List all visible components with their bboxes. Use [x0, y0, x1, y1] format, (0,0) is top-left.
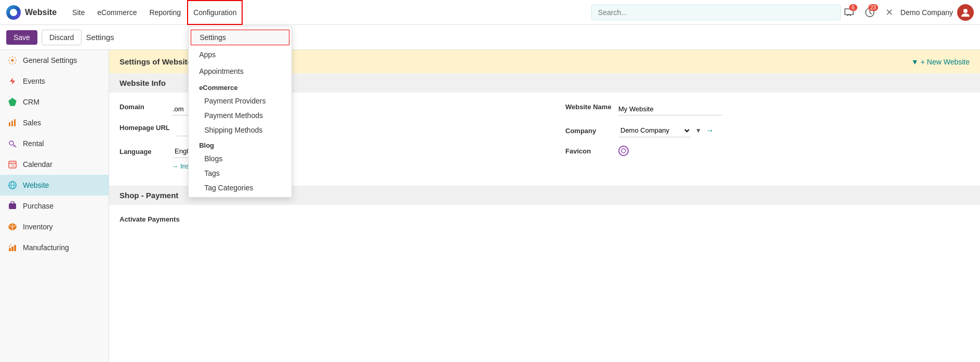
activate-payments-label: Activate Payments: [120, 215, 180, 223]
shop-payment-form: Activate Payments: [109, 205, 980, 234]
svg-rect-14: [9, 248, 11, 251]
dropdown-item-tag-categories[interactable]: Tag Categories: [189, 180, 292, 195]
company-dropdown-arrow: ▼: [695, 127, 701, 134]
gear-icon: [7, 55, 18, 66]
lightning-icon: [7, 76, 18, 86]
svg-rect-13: [9, 203, 16, 209]
company-name[interactable]: Demo Company: [900, 8, 953, 17]
dropdown-menu: Settings Apps Appointments eCommerce Pay…: [188, 26, 292, 198]
dropdown-item-settings[interactable]: Settings: [191, 30, 289, 45]
dropdown-section-blog: Blog: [189, 137, 292, 151]
svg-text:31: 31: [11, 164, 15, 167]
company-label: Company: [565, 127, 612, 135]
sidebar-item-manufacturing[interactable]: Manufacturing: [0, 237, 109, 258]
dropdown-item-blogs[interactable]: Blogs: [189, 151, 292, 166]
sidebar-item-inventory[interactable]: Inventory: [0, 216, 109, 237]
nav-item-ecommerce[interactable]: eCommerce: [91, 0, 143, 25]
sidebar-label-manufacturing: Manufacturing: [23, 243, 69, 252]
settings-of-website: Settings of Website: [120, 57, 192, 66]
company-select[interactable]: Demo Company: [618, 124, 691, 137]
search-bar: [591, 5, 841, 20]
arrow-right-icon: →: [171, 162, 178, 170]
calendar-icon: 31: [7, 159, 18, 170]
svg-point-1: [963, 9, 968, 13]
clock-button[interactable]: 23: [862, 4, 878, 21]
sidebar-label-sales: Sales: [23, 119, 41, 127]
svg-marker-3: [10, 77, 15, 85]
messages-button[interactable]: 6: [841, 4, 857, 21]
sidebar-label-events: Events: [23, 77, 45, 85]
clock-badge: 23: [868, 4, 878, 11]
dropdown-item-shipping-methods[interactable]: Shipping Methods: [189, 123, 292, 137]
company-external-link[interactable]: →: [706, 126, 714, 135]
favicon-label: Favicon: [565, 147, 612, 155]
svg-marker-4: [9, 98, 16, 106]
search-input[interactable]: [591, 5, 841, 20]
sidebar-label-crm: CRM: [23, 98, 39, 106]
nav-brand: Website: [25, 8, 57, 17]
sidebar-item-calendar[interactable]: 31 Calendar: [0, 154, 109, 175]
svg-rect-7: [14, 119, 16, 126]
top-nav: Website Site eCommerce Reporting Configu…: [0, 0, 980, 25]
sidebar-item-website[interactable]: Website: [0, 175, 109, 196]
sidebar-item-purchase[interactable]: Purchase: [0, 196, 109, 216]
nav-right: 6 23 ✕ Demo Company: [841, 4, 974, 21]
svg-rect-16: [14, 245, 16, 251]
toolbar: Save Discard Settings: [0, 25, 980, 50]
dropdown-arrow-icon: ▼: [911, 58, 919, 66]
sidebar-item-rental[interactable]: Rental: [0, 133, 109, 154]
sidebar-item-sales[interactable]: Sales: [0, 112, 109, 133]
language-label: Language: [120, 148, 166, 156]
website-name-label: Website Name: [565, 103, 612, 111]
domain-label: Domain: [120, 103, 166, 111]
main-layout: General Settings Events CRM: [0, 50, 980, 362]
homepage-url-label: Homepage URL: [120, 124, 170, 132]
sidebar-label-calendar: Calendar: [23, 160, 52, 169]
svg-point-8: [9, 141, 14, 145]
nav-item-reporting[interactable]: Reporting: [143, 0, 187, 25]
sidebar-label-general-settings: General Settings: [23, 56, 77, 64]
sidebar-label-rental: Rental: [23, 139, 44, 148]
sidebar-label-website: Website: [23, 181, 49, 189]
user-avatar[interactable]: [957, 4, 974, 21]
svg-rect-15: [11, 247, 14, 251]
messages-badge: 6: [849, 4, 857, 11]
dropdown-item-payment-methods[interactable]: Payment Methods: [189, 108, 292, 123]
sidebar-item-general-settings[interactable]: General Settings: [0, 50, 109, 71]
toolbar-title: Settings: [86, 33, 114, 42]
configuration-dropdown: Settings Apps Appointments eCommerce Pay…: [188, 26, 292, 198]
sidebar-label-inventory: Inventory: [23, 223, 53, 231]
sidebar-item-crm[interactable]: CRM: [0, 92, 109, 112]
globe-icon: [7, 180, 18, 190]
nav-item-configuration[interactable]: Configuration Settings Apps Appointments…: [187, 0, 243, 25]
nav-item-site[interactable]: Site: [66, 0, 91, 25]
diamond-icon: [7, 97, 18, 107]
save-button[interactable]: Save: [6, 30, 37, 45]
close-button[interactable]: ✕: [882, 7, 896, 18]
sidebar-item-events[interactable]: Events: [0, 71, 109, 92]
dropdown-item-tags[interactable]: Tags: [189, 166, 292, 180]
svg-point-2: [11, 59, 14, 62]
manufacturing-icon: [7, 242, 18, 253]
svg-point-17: [621, 149, 626, 153]
key-icon: [7, 138, 18, 149]
website-name-input[interactable]: [618, 103, 722, 115]
svg-rect-5: [9, 122, 10, 126]
inventory-icon: [7, 222, 18, 232]
sidebar-label-purchase: Purchase: [23, 202, 54, 210]
barchart-icon: [7, 118, 18, 128]
favicon-upload[interactable]: [618, 146, 629, 156]
new-website-button[interactable]: ▼ + New Website: [911, 58, 970, 66]
dropdown-item-payment-providers[interactable]: Payment Providers: [189, 94, 292, 108]
dropdown-section-ecommerce: eCommerce: [189, 80, 292, 94]
discard-button[interactable]: Discard: [42, 30, 82, 45]
dropdown-item-apps[interactable]: Apps: [189, 46, 292, 63]
app-logo[interactable]: [6, 5, 21, 20]
svg-rect-6: [11, 121, 13, 126]
sidebar: General Settings Events CRM: [0, 50, 109, 362]
purchase-icon: [7, 201, 18, 211]
dropdown-item-appointments[interactable]: Appointments: [189, 63, 292, 80]
company-select-row: Demo Company ▼ →: [618, 124, 714, 137]
